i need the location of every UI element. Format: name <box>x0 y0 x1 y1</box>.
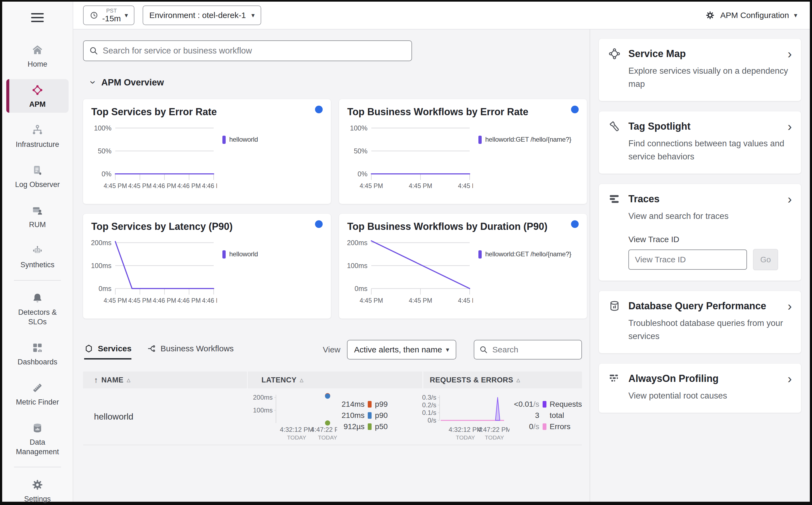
svg-text:TODAY: TODAY <box>318 434 337 441</box>
sidebar-item-metric-finder[interactable]: Metric Finder <box>6 377 69 410</box>
view-sort-dropdown[interactable]: Active alerts, then name ▾ <box>347 340 456 359</box>
profiling-icon <box>608 372 621 385</box>
section-title: APM Overview <box>101 77 164 88</box>
sidebar-item-label: APM <box>29 100 45 109</box>
sidebar: Home APM Infrastructure Log Observe <box>2 2 73 502</box>
service-name-link[interactable]: helloworld <box>83 411 241 422</box>
apm-configuration-menu[interactable]: APM Configuration ▾ <box>705 10 797 20</box>
svg-text:0%: 0% <box>102 170 111 178</box>
legend-swatch <box>478 250 482 259</box>
apm-configuration-label: APM Configuration <box>720 11 789 20</box>
hamburger-menu-icon[interactable] <box>31 13 44 22</box>
service-search[interactable] <box>83 40 412 61</box>
chart-title: Top Services by Error Rate <box>91 106 323 118</box>
svg-text:50%: 50% <box>98 147 111 155</box>
database-query-performance-card[interactable]: Database Query Performance › Troubleshoo… <box>599 291 801 353</box>
sidebar-item-apm[interactable]: APM <box>6 79 69 113</box>
svg-text:4:45 PM: 4:45 PM <box>104 297 127 304</box>
sidebar-item-detectors-slos[interactable]: Detectors & SLOs <box>6 287 69 330</box>
table-search[interactable] <box>474 340 582 359</box>
services-tabs-row: Services Business Workflows View Active … <box>83 340 582 363</box>
p90-swatch <box>368 412 372 419</box>
svg-text:0.1/s: 0.1/s <box>422 409 436 416</box>
chart-card-workflows-duration: Top Business Workflows by Duration (P90)… <box>339 214 587 319</box>
workflow-icon <box>147 344 156 353</box>
table-search-input[interactable] <box>492 345 576 355</box>
sort-triangle-icon: △ <box>127 377 130 383</box>
time-range-value: -15m <box>102 14 121 23</box>
chart-card-services-latency: Top Services by Latency (P90) 200ms100ms… <box>83 214 331 319</box>
sidebar-item-label: Dashboards <box>17 357 57 367</box>
latency-legend: 214ms p99 210ms p90 912µs p50 <box>342 400 388 431</box>
status-dot <box>315 220 323 228</box>
chevron-right-icon: › <box>788 193 792 205</box>
tag-spotlight-card[interactable]: Tag Spotlight › Find connections between… <box>599 111 801 174</box>
overview-charts-grid: Top Services by Error Rate 100%50%0%4:45… <box>83 99 582 319</box>
sidebar-divider <box>14 280 61 281</box>
infrastructure-icon <box>31 124 44 137</box>
chevron-down-icon: ▾ <box>446 346 449 353</box>
search-icon <box>89 46 98 55</box>
clock-icon <box>90 11 98 20</box>
sidebar-item-infrastructure[interactable]: Infrastructure <box>6 119 69 153</box>
svg-text:4:46 PM: 4:46 PM <box>202 297 217 304</box>
environment-dropdown[interactable]: Environment : otel-derek-1 ▾ <box>143 5 261 25</box>
sidebar-item-label: Home <box>28 59 47 69</box>
sidebar-item-data-management[interactable]: Data Management <box>6 417 69 460</box>
svg-text:0ms: 0ms <box>355 285 367 292</box>
sidebar-item-log-observer[interactable]: Log Observer <box>6 159 69 193</box>
traces-card[interactable]: Traces › View and search for traces View… <box>599 184 801 281</box>
sidebar-item-dashboards[interactable]: Dashboards <box>6 337 69 370</box>
svg-text:4:46 PM: 4:46 PM <box>153 182 176 189</box>
svg-text:100%: 100% <box>350 124 367 132</box>
chevron-right-icon: › <box>788 120 792 133</box>
flashlight-icon <box>608 120 621 133</box>
sidebar-item-settings[interactable]: Settings <box>6 474 69 505</box>
legend-label: helloworld:GET /hello/{name?} <box>485 136 571 143</box>
p90-label: p90 <box>375 411 388 420</box>
legend-label: helloworld <box>229 250 258 258</box>
svg-text:0.3/s: 0.3/s <box>422 394 436 401</box>
tab-business-workflows[interactable]: Business Workflows <box>147 344 234 359</box>
sidebar-item-label: Infrastructure <box>16 140 59 149</box>
card-title: Traces <box>628 193 788 205</box>
column-header-latency[interactable]: LATENCY △ <box>247 371 423 388</box>
svg-text:100ms: 100ms <box>91 262 111 270</box>
chevron-down-icon: ▾ <box>794 11 797 19</box>
environment-value: Environment : otel-derek-1 <box>149 11 246 20</box>
requests-errors-sparkline: 0.3/s0.2/s0.1/s0/s4:32:12 PMTODAY4:47:22… <box>414 390 509 443</box>
svg-text:4:46 PM: 4:46 PM <box>177 297 201 304</box>
chart-legend: helloworld <box>222 250 258 307</box>
collapse-chevron-icon[interactable]: › <box>87 80 99 84</box>
time-picker-button[interactable]: PST -15m ▾ <box>83 5 134 25</box>
trace-id-input[interactable] <box>628 249 747 270</box>
service-map-icon <box>608 47 621 60</box>
go-button[interactable]: Go <box>753 249 778 270</box>
apm-overview-section-header: › APM Overview <box>91 76 582 88</box>
table-row[interactable]: helloworld 200ms100ms4:32:12 PMTODAY4:47… <box>83 388 582 445</box>
service-search-input[interactable] <box>102 45 406 56</box>
database-query-icon <box>608 300 621 312</box>
svg-text:0%: 0% <box>358 170 367 178</box>
service-map-card[interactable]: Service Map › Explore services visually … <box>599 39 801 101</box>
svg-text:4:47:22 PM: 4:47:22 PM <box>478 426 509 433</box>
errors-rate-value: 0/s <box>514 422 539 431</box>
chevron-down-icon: ▾ <box>251 11 255 19</box>
legend-swatch <box>222 250 226 259</box>
column-header-requests-errors[interactable]: REQUESTS & ERRORS △ <box>423 371 582 388</box>
sidebar-item-rum[interactable]: RUM <box>6 199 69 233</box>
sort-ascending-icon: ↑ <box>94 376 98 385</box>
line-chart: 200ms100ms0ms4:45 PM4:45 PM4:46 PM4:46 P… <box>91 238 217 307</box>
sidebar-item-home[interactable]: Home <box>6 39 69 72</box>
dashboards-icon <box>31 341 44 354</box>
bell-icon <box>31 292 44 304</box>
column-header-name[interactable]: ↑ NAME △ <box>83 371 247 388</box>
sidebar-item-label: RUM <box>29 220 46 229</box>
sidebar-item-synthetics[interactable]: Synthetics <box>6 240 69 273</box>
table-header: ↑ NAME △ LATENCY △ REQUESTS & ERRORS △ <box>83 371 582 388</box>
tab-services[interactable]: Services <box>84 344 131 359</box>
card-title: AlwaysOn Profiling <box>628 373 788 384</box>
chart-card-services-error-rate: Top Services by Error Rate 100%50%0%4:45… <box>83 99 331 204</box>
chevron-right-icon: › <box>788 300 792 312</box>
alwayson-profiling-card[interactable]: AlwaysOn Profiling › View potential root… <box>599 364 801 413</box>
